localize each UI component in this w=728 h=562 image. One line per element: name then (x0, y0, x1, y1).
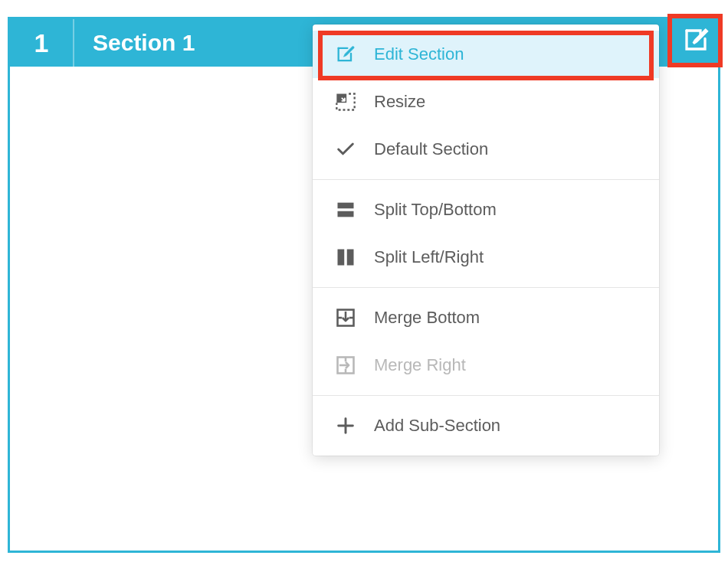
menu-item-merge-bottom[interactable]: Merge Bottom (313, 294, 659, 341)
menu-separator (313, 179, 659, 180)
menu-label: Merge Right (374, 355, 466, 375)
menu-item-split-top-bottom[interactable]: Split Top/Bottom (313, 186, 659, 234)
svg-rect-3 (338, 250, 345, 266)
edit-section-button[interactable] (676, 21, 716, 61)
edit-icon (334, 43, 357, 66)
menu-item-split-left-right[interactable]: Split Left/Right (313, 234, 659, 281)
svg-rect-2 (338, 211, 354, 217)
section-title: Section 1 (74, 30, 195, 56)
section-number: 1 (10, 28, 73, 58)
menu-item-edit-section[interactable]: Edit Section (313, 31, 659, 78)
svg-rect-4 (347, 250, 354, 266)
menu-item-add-sub-section[interactable]: Add Sub-Section (313, 402, 659, 449)
plus-icon (334, 414, 357, 437)
svg-rect-1 (338, 203, 354, 209)
menu-label: Default Section (374, 139, 488, 159)
menu-item-merge-right: Merge Right (313, 341, 659, 389)
menu-separator (313, 287, 659, 288)
edit-icon (682, 26, 710, 57)
menu-label: Resize (374, 92, 425, 112)
section-context-menu: Edit Section Resize Default Section S (313, 25, 659, 456)
split-horizontal-icon (334, 198, 357, 221)
resize-icon (334, 90, 357, 113)
merge-bottom-icon (334, 306, 357, 329)
menu-separator (313, 395, 659, 396)
menu-label: Merge Bottom (374, 308, 480, 328)
check-icon (334, 138, 357, 161)
menu-label: Edit Section (374, 44, 464, 64)
split-vertical-icon (334, 246, 357, 269)
menu-label: Split Left/Right (374, 247, 484, 267)
menu-item-resize[interactable]: Resize (313, 78, 659, 126)
menu-label: Add Sub-Section (374, 416, 500, 436)
menu-label: Split Top/Bottom (374, 200, 497, 220)
merge-right-icon (334, 354, 357, 377)
menu-item-default-section[interactable]: Default Section (313, 126, 659, 173)
